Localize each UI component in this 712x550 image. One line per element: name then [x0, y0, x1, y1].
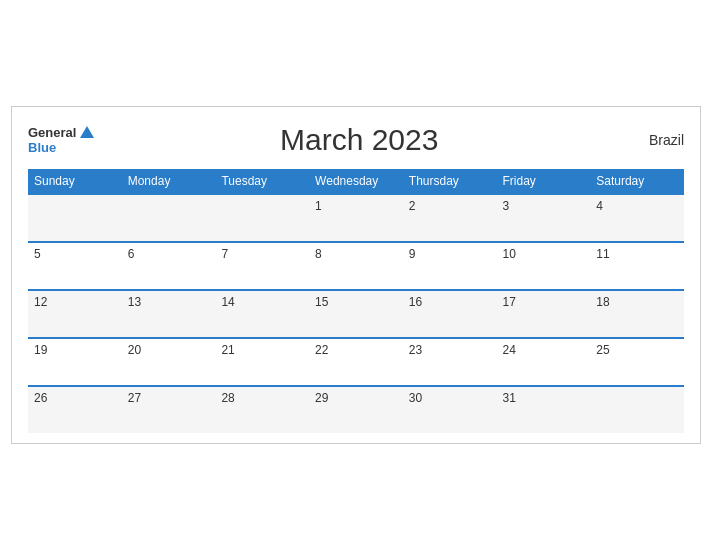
calendar-container: General Blue March 2023 Brazil Sunday Mo… — [11, 106, 701, 444]
calendar-grid: Sunday Monday Tuesday Wednesday Thursday… — [28, 169, 684, 433]
day-header-row: Sunday Monday Tuesday Wednesday Thursday… — [28, 169, 684, 194]
calendar-day-cell: 19 — [28, 338, 122, 386]
col-friday: Friday — [497, 169, 591, 194]
calendar-day-cell: 29 — [309, 386, 403, 433]
logo-triangle-icon — [80, 126, 94, 138]
calendar-header: General Blue March 2023 Brazil — [28, 123, 684, 157]
calendar-day-cell — [122, 194, 216, 242]
calendar-day-cell: 5 — [28, 242, 122, 290]
calendar-day-cell: 4 — [590, 194, 684, 242]
logo-line: General — [28, 125, 94, 140]
calendar-week-row: 12131415161718 — [28, 290, 684, 338]
country-label: Brazil — [624, 132, 684, 148]
calendar-day-cell: 9 — [403, 242, 497, 290]
calendar-day-cell: 31 — [497, 386, 591, 433]
calendar-day-cell: 7 — [215, 242, 309, 290]
logo-general-text: General — [28, 125, 76, 140]
calendar-title: March 2023 — [94, 123, 624, 157]
col-thursday: Thursday — [403, 169, 497, 194]
calendar-day-cell — [590, 386, 684, 433]
calendar-day-cell — [215, 194, 309, 242]
calendar-day-cell: 18 — [590, 290, 684, 338]
col-wednesday: Wednesday — [309, 169, 403, 194]
logo-area: General Blue — [28, 125, 94, 155]
calendar-day-cell: 27 — [122, 386, 216, 433]
logo-blue-text: Blue — [28, 140, 56, 155]
calendar-week-row: 567891011 — [28, 242, 684, 290]
calendar-day-cell: 25 — [590, 338, 684, 386]
calendar-day-cell: 8 — [309, 242, 403, 290]
calendar-day-cell: 3 — [497, 194, 591, 242]
calendar-thead: Sunday Monday Tuesday Wednesday Thursday… — [28, 169, 684, 194]
calendar-day-cell: 14 — [215, 290, 309, 338]
calendar-day-cell: 10 — [497, 242, 591, 290]
calendar-day-cell: 21 — [215, 338, 309, 386]
calendar-week-row: 262728293031 — [28, 386, 684, 433]
col-tuesday: Tuesday — [215, 169, 309, 194]
calendar-week-row: 1234 — [28, 194, 684, 242]
calendar-day-cell: 17 — [497, 290, 591, 338]
calendar-day-cell: 11 — [590, 242, 684, 290]
calendar-day-cell: 2 — [403, 194, 497, 242]
col-sunday: Sunday — [28, 169, 122, 194]
calendar-day-cell: 20 — [122, 338, 216, 386]
calendar-body: 1234567891011121314151617181920212223242… — [28, 194, 684, 433]
calendar-day-cell: 24 — [497, 338, 591, 386]
calendar-day-cell: 13 — [122, 290, 216, 338]
calendar-day-cell: 12 — [28, 290, 122, 338]
col-saturday: Saturday — [590, 169, 684, 194]
calendar-day-cell: 26 — [28, 386, 122, 433]
calendar-day-cell: 15 — [309, 290, 403, 338]
calendar-day-cell: 30 — [403, 386, 497, 433]
calendar-day-cell: 6 — [122, 242, 216, 290]
col-monday: Monday — [122, 169, 216, 194]
calendar-day-cell: 22 — [309, 338, 403, 386]
calendar-day-cell: 23 — [403, 338, 497, 386]
calendar-day-cell: 16 — [403, 290, 497, 338]
calendar-week-row: 19202122232425 — [28, 338, 684, 386]
calendar-day-cell — [28, 194, 122, 242]
calendar-day-cell: 1 — [309, 194, 403, 242]
calendar-day-cell: 28 — [215, 386, 309, 433]
